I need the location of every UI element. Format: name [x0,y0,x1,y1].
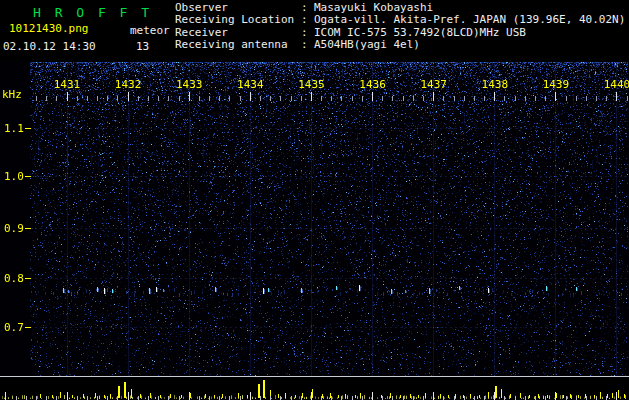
time-tick-label: 1438 [480,78,510,91]
freq-tick-label: 0.8 [4,272,24,285]
station-row: Receiving Location:Ogata-vill. Akita-Pre… [175,14,625,26]
station-field-label: Receiving antenna [175,39,301,51]
app-title: H R O F F T [33,5,152,20]
header: H R O F F T 10121430.png meteor 02.10.12… [0,0,629,62]
station-field-label: Receiving Location [175,14,301,26]
station-row: Receiving antenna:A504HB(yagi 4el) [175,39,625,51]
output-filename: 10121430.png [9,22,88,35]
colon: : [301,39,314,51]
time-tick-label: 1432 [113,78,143,91]
station-field-value: Ogata-vill. Akita-Pref. JAPAN (139.96E, … [314,14,625,26]
freq-tick-label: 0.7 [4,321,24,334]
hrofft-window: H R O F F T 10121430.png meteor 02.10.12… [0,0,629,400]
observation-datetime: 02.10.12 14:30 [3,40,96,53]
spectrogram-canvas [0,62,629,376]
time-tick-label: 1437 [419,78,449,91]
station-info: Observer:Masayuki KobayashiReceiving Loc… [175,2,625,52]
time-tick-label: 1436 [358,78,388,91]
freq-tick-label: 1.1 [4,122,24,135]
station-field-value: A504HB(yagi 4el) [314,39,420,51]
time-tick-label: 1440 [602,78,629,91]
freq-axis-unit: kHz [2,88,22,101]
time-tick-label: 1434 [235,78,265,91]
signal-strip-chart [0,376,629,400]
time-tick-label: 1431 [52,78,82,91]
signal-strip-canvas [0,377,629,400]
spectrogram-plot: kHz 143114321433143414351436143714381439… [0,62,629,376]
freq-tick-label: 0.9 [4,222,24,235]
echo-count: 13 [136,40,149,53]
time-tick-label: 1439 [541,78,571,91]
freq-tick-label: 1.0 [4,170,24,183]
observation-mode: meteor [130,24,170,37]
time-tick-label: 1433 [174,78,204,91]
colon: : [301,14,314,26]
time-tick-label: 1435 [296,78,326,91]
